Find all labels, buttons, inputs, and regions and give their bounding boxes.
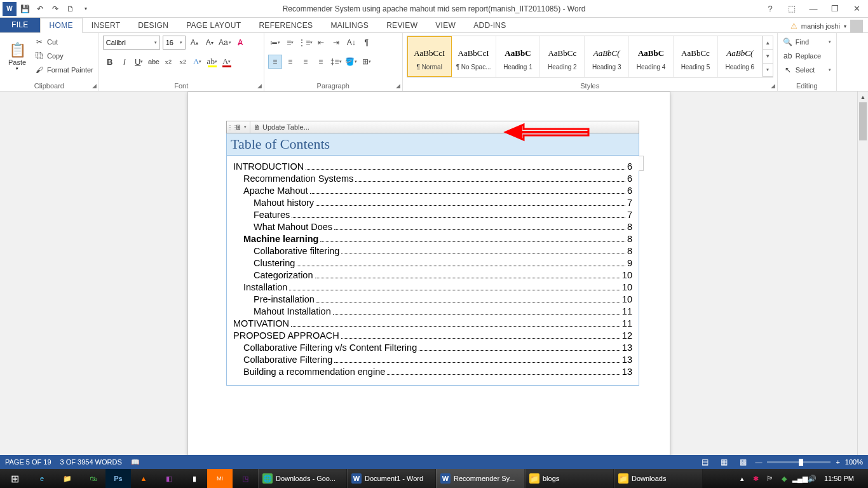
tray-app1-icon[interactable]: ✱ xyxy=(750,475,762,483)
font-launcher-icon[interactable]: ◢ xyxy=(257,83,262,89)
clear-format-icon[interactable]: A̷ xyxy=(234,36,247,49)
cut-button[interactable]: ✂Cut xyxy=(33,36,95,48)
gallery-down-icon[interactable]: ▼ xyxy=(763,50,773,63)
gallery-up-icon[interactable]: ▲ xyxy=(763,36,773,50)
font-name-select[interactable]: Calibri▾ xyxy=(103,36,160,50)
format-painter-button[interactable]: 🖌Format Painter xyxy=(33,64,95,76)
style-item-3[interactable]: AaBbCcHeading 2 xyxy=(540,36,585,77)
taskbar-app-0[interactable]: 🌐Downloads - Goo... xyxy=(258,469,347,488)
toc-menu-button[interactable]: 🗏▾ xyxy=(232,121,250,133)
save-icon[interactable]: 💾 xyxy=(18,2,32,16)
toc-entry[interactable]: Collaborative Filtering13 xyxy=(233,355,632,365)
tab-file[interactable]: FILE xyxy=(0,17,40,32)
paragraph-launcher-icon[interactable]: ◢ xyxy=(396,83,400,89)
clock[interactable]: 11:50 PM xyxy=(820,475,858,482)
replace-button[interactable]: abReplace xyxy=(782,50,832,62)
font-size-select[interactable]: 16▾ xyxy=(163,36,186,50)
status-page[interactable]: PAGE 5 OF 19 xyxy=(5,458,51,466)
tab-insert[interactable]: INSERT xyxy=(83,18,130,32)
tab-home[interactable]: HOME xyxy=(40,18,83,33)
font-color-icon[interactable]: A▾ xyxy=(220,55,234,69)
tray-flag-icon[interactable]: 🏳 xyxy=(764,475,776,482)
help-icon[interactable]: ? xyxy=(761,3,779,15)
increase-indent-icon[interactable]: ⇥ xyxy=(329,36,343,50)
toc-entry[interactable]: PROPOSED APPROACH12 xyxy=(233,330,632,341)
bullets-icon[interactable]: ≔▾ xyxy=(268,36,282,50)
scroll-thumb[interactable] xyxy=(859,102,867,140)
pinned-ie-icon[interactable]: e xyxy=(29,469,55,488)
tab-design[interactable]: DESIGN xyxy=(129,18,177,32)
underline-button[interactable]: U▾ xyxy=(132,55,146,69)
toc-side-handle[interactable] xyxy=(639,156,644,171)
tab-page-layout[interactable]: PAGE LAYOUT xyxy=(177,18,250,32)
tab-mailings[interactable]: MAILINGS xyxy=(322,18,377,32)
tray-network-icon[interactable]: ▂▄▆ xyxy=(792,475,804,483)
toc-entry[interactable]: INTRODUCTION6 xyxy=(233,161,632,172)
toc-entry[interactable]: Collaborative Filtering v/s Content Filt… xyxy=(233,342,632,353)
taskbar-app-3[interactable]: 📁blogs xyxy=(525,469,614,488)
toc-entry[interactable]: Apache Mahout6 xyxy=(233,186,632,196)
tab-addins[interactable]: ADD-INS xyxy=(465,18,515,32)
shading-icon[interactable]: 🪣▾ xyxy=(344,55,358,69)
taskbar-app-1[interactable]: WDocument1 - Word xyxy=(347,469,436,488)
pinned-app2-icon[interactable]: ◳ xyxy=(233,469,258,488)
toc-grip-icon[interactable]: ⋮⋮ xyxy=(227,124,232,131)
toc-entry[interactable]: Clustering9 xyxy=(233,258,632,268)
minimize-icon[interactable]: ― xyxy=(804,3,822,15)
tab-review[interactable]: REVIEW xyxy=(377,18,426,32)
zoom-slider[interactable] xyxy=(767,461,831,463)
status-proofing-icon[interactable]: 📖 xyxy=(131,458,140,466)
tray-more-icon[interactable]: ▴ xyxy=(736,475,748,483)
styles-launcher-icon[interactable]: ◢ xyxy=(771,83,775,89)
taskbar-app-2[interactable]: WRecommender Sy... xyxy=(436,469,525,488)
tab-view[interactable]: VIEW xyxy=(426,18,465,32)
gallery-more-icon[interactable]: ▾ xyxy=(763,64,773,77)
restore-icon[interactable]: ❐ xyxy=(826,3,844,15)
vertical-scrollbar[interactable]: ▲ ▼ xyxy=(857,92,868,474)
style-item-5[interactable]: AaBbCHeading 4 xyxy=(629,36,674,77)
decrease-indent-icon[interactable]: ⇤ xyxy=(314,36,328,50)
style-item-7[interactable]: AaBbC(Heading 6 xyxy=(718,36,763,77)
bold-button[interactable]: B xyxy=(103,55,117,69)
pinned-ps-icon[interactable]: Ps xyxy=(105,469,131,488)
sort-icon[interactable]: A↓ xyxy=(344,36,358,50)
scroll-up-icon[interactable]: ▲ xyxy=(858,92,868,102)
toc-entry[interactable]: What Mahout Does8 xyxy=(233,222,632,232)
line-spacing-icon[interactable]: ‡≡▾ xyxy=(329,55,343,69)
style-item-6[interactable]: AaBbCcHeading 5 xyxy=(674,36,718,77)
toc-entry[interactable]: Mahout Installation11 xyxy=(233,306,632,316)
shrink-font-icon[interactable]: A▾ xyxy=(203,36,216,49)
toc-entry[interactable]: Pre-installation10 xyxy=(233,294,632,304)
superscript-button[interactable]: x2 xyxy=(176,55,190,69)
pinned-explorer-icon[interactable]: 📁 xyxy=(55,469,80,488)
grow-font-icon[interactable]: A▴ xyxy=(188,36,201,49)
page[interactable]: ⋮⋮ 🗏▾ 🗎Update Table... Table of Contents… xyxy=(187,92,670,474)
undo-icon[interactable]: ↶ xyxy=(33,2,47,16)
pinned-mi-icon[interactable]: MI xyxy=(207,469,233,488)
new-doc-icon[interactable]: 🗋 xyxy=(64,2,78,16)
select-button[interactable]: ↖Select▾ xyxy=(782,64,832,76)
justify-icon[interactable]: ≡ xyxy=(314,55,328,69)
multilevel-icon[interactable]: ⋮≡▾ xyxy=(299,36,313,50)
italic-button[interactable]: I xyxy=(118,55,132,69)
paste-button[interactable]: 📋 Paste ▾ xyxy=(4,36,31,78)
redo-icon[interactable]: ↷ xyxy=(48,2,62,16)
style-item-4[interactable]: AaBbC(Heading 3 xyxy=(585,36,629,77)
zoom-in-icon[interactable]: + xyxy=(836,458,839,466)
toc-update-button[interactable]: 🗎Update Table... xyxy=(250,121,313,133)
subscript-button[interactable]: x2 xyxy=(161,55,175,69)
text-effects-icon[interactable]: A▾ xyxy=(191,55,205,69)
toc-entry[interactable]: Installation10 xyxy=(233,282,632,292)
close-icon[interactable]: ✕ xyxy=(848,3,865,15)
zoom-level[interactable]: 100% xyxy=(845,458,863,466)
pinned-vlc-icon[interactable]: ▲ xyxy=(131,469,156,488)
zoom-out-icon[interactable]: ― xyxy=(755,458,762,466)
tray-volume-icon[interactable]: 🔊 xyxy=(806,475,818,483)
qat-customize-icon[interactable]: ▾ xyxy=(79,2,93,16)
show-marks-icon[interactable]: ¶ xyxy=(360,36,374,50)
pinned-terminal-icon[interactable]: ▮ xyxy=(182,469,207,488)
style-item-1[interactable]: AaBbCcI¶ No Spac... xyxy=(452,36,496,77)
toc-entry[interactable]: MOTIVATION11 xyxy=(233,318,632,329)
user-area[interactable]: ⚠ manish joshi ▾ xyxy=(790,20,868,32)
style-item-2[interactable]: AaBbCHeading 1 xyxy=(496,36,541,77)
